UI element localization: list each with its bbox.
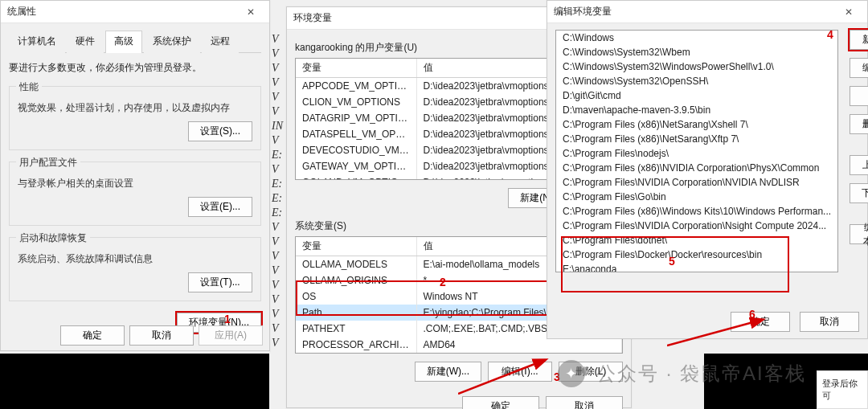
- tab-computer-name[interactable]: 计算机名: [9, 31, 65, 53]
- userprofile-settings-button[interactable]: 设置(E)...: [188, 197, 252, 217]
- table-row[interactable]: PROCESSOR_ARCHITECT...AMD64: [296, 337, 622, 353]
- tab-remote[interactable]: 远程: [202, 31, 239, 53]
- list-item[interactable]: E:\anaconda: [556, 262, 837, 272]
- system-properties-title: 统属性: [7, 5, 36, 18]
- env-ok-button[interactable]: 确定: [462, 396, 539, 409]
- group-desc-startup: 系统启动、系统故障和调试信息: [18, 252, 252, 266]
- group-title-startup: 启动和故障恢复: [16, 231, 90, 245]
- wechat-icon: ✦: [558, 360, 585, 387]
- login-popup-fragment: 登录后你可: [817, 370, 868, 409]
- edit-env-titlebar: 编辑环境变量 ✕: [547, 1, 867, 23]
- edit-env-title: 编辑环境变量: [554, 5, 612, 18]
- list-item[interactable]: C:\Program Files\nodejs\: [556, 146, 837, 161]
- tab-hardware[interactable]: 硬件: [67, 31, 104, 53]
- startup-settings-button[interactable]: 设置(T)...: [188, 272, 252, 292]
- list-item[interactable]: C:\Program Files\Go\bin: [556, 190, 837, 204]
- table-row[interactable]: PROCESSOR_IDENTIFIERAMD64 Family 25 Mode…: [296, 353, 622, 354]
- close-icon[interactable]: ✕: [837, 4, 861, 20]
- user-col-var[interactable]: 变量: [296, 59, 416, 78]
- list-item[interactable]: C:\Program Files\dotnet\: [556, 233, 837, 247]
- list-item[interactable]: C:\Program Files\Docker\Docker\resources…: [556, 247, 837, 262]
- annotation-2: 2: [440, 276, 446, 288]
- annotation-1: 1: [224, 313, 231, 325]
- annotation-4: 4: [827, 28, 833, 41]
- edit-ok-button[interactable]: 确定: [731, 312, 790, 332]
- sys-new-button[interactable]: 新建(W)...: [415, 362, 481, 382]
- edit-cancel-button[interactable]: 取消: [800, 312, 859, 332]
- list-item[interactable]: C:\Program Files\NVIDIA Corporation\Nsig…: [556, 219, 837, 233]
- group-desc-performance: 视觉效果，处理器计划，内存使用，以及虚拟内存: [18, 101, 252, 115]
- group-title-userprofile: 用户配置文件: [16, 156, 80, 170]
- sys-ok-button[interactable]: 确定: [60, 325, 125, 346]
- edit-edittext-button[interactable]: 编辑文本(T)...: [850, 224, 868, 244]
- list-item[interactable]: C:\Program Files (x86)\Windows Kits\10\W…: [556, 204, 837, 219]
- list-item[interactable]: C:\Program Files (x86)\NetSarang\Xftp 7\: [556, 132, 837, 146]
- list-item[interactable]: D:\maven\apache-maven-3.9.5\bin: [556, 103, 837, 117]
- performance-settings-button[interactable]: 设置(S)...: [188, 121, 252, 141]
- list-item[interactable]: C:\Windows\System32\Wbem: [556, 45, 837, 59]
- group-desc-userprofile: 与登录帐户相关的桌面设置: [18, 177, 252, 190]
- edit-moveup-button[interactable]: 上移(U): [850, 155, 868, 175]
- list-item[interactable]: C:\Windows\System32\WindowsPowerShell\v1…: [556, 59, 837, 74]
- system-properties-titlebar: 统属性 ✕: [1, 1, 269, 23]
- tab-system-protection[interactable]: 系统保护: [144, 31, 200, 53]
- edit-movedown-button[interactable]: 下移(O): [850, 183, 868, 203]
- annotation-5: 5: [669, 255, 675, 268]
- annotation-6: 6: [749, 308, 755, 321]
- env-vars-title: 环境变量: [293, 11, 332, 25]
- group-title-performance: 性能: [16, 80, 42, 94]
- sys-col-var[interactable]: 变量: [296, 237, 416, 256]
- sys-apply-button: 应用(A): [199, 325, 263, 346]
- sys-edit-button[interactable]: 编辑(I)...: [488, 362, 552, 382]
- sys-cancel-button[interactable]: 取消: [129, 325, 194, 346]
- edit-edit-button[interactable]: 编辑(E): [850, 58, 868, 78]
- path-list[interactable]: C:\WindowsC:\Windows\System32\WbemC:\Win…: [555, 30, 838, 272]
- list-item[interactable]: C:\Windows: [556, 31, 837, 45]
- edit-new-button[interactable]: 新建(N): [850, 30, 868, 50]
- system-properties-tabs: 计算机名 硬件 高级 系统保护 远程: [9, 30, 261, 53]
- list-item[interactable]: C:\Program Files (x86)\NetSarang\Xshell …: [556, 117, 837, 132]
- env-cancel-button[interactable]: 取消: [546, 396, 623, 409]
- list-item[interactable]: C:\Windows\System32\OpenSSH\: [556, 74, 837, 88]
- list-item[interactable]: C:\Program Files (x86)\NVIDIA Corporatio…: [556, 161, 837, 175]
- watermark: ✦ 公众号 · 袋鼠帝AI客栈: [558, 360, 806, 387]
- admin-hint: 要进行大多数更改，你必须作为管理员登录。: [9, 61, 261, 75]
- list-item[interactable]: C:\Program Files\NVIDIA Corporation\NVID…: [556, 175, 837, 190]
- background-text: VVVVVVINVE:VE:E:E:VVVVVVVVV: [272, 32, 288, 354]
- edit-delete-button[interactable]: 删除(D): [850, 114, 868, 134]
- edit-browse-button[interactable]: 浏览(B)...: [850, 86, 868, 106]
- tab-advanced[interactable]: 高级: [105, 31, 142, 53]
- close-icon[interactable]: ✕: [239, 4, 263, 20]
- list-item[interactable]: D:\git\Git\cmd: [556, 88, 837, 103]
